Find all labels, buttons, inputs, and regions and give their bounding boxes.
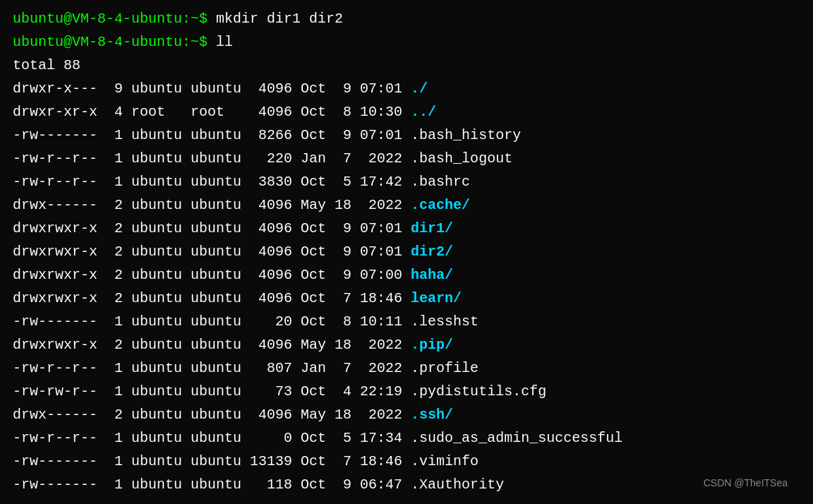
ls-name: .lesshst (411, 313, 478, 330)
ls-name: .profile (411, 360, 478, 376)
ls-name: .viminfo (411, 453, 478, 469)
ls-perms: -rw-r--r-- (13, 150, 97, 167)
ls-perms: drwx------ (13, 197, 97, 213)
ls-name: dir2/ (411, 244, 453, 260)
ls-name: .pydistutils.cfg (411, 383, 546, 400)
ls-perms: drwxrwxr-x (13, 337, 97, 353)
ls-meta: 1 ubuntu ubuntu 0 Oct 5 17:34 (97, 430, 411, 446)
ls-meta: 1 ubuntu ubuntu 118 Oct 9 06:47 (97, 476, 411, 493)
ls-meta: 1 ubuntu ubuntu 220 Jan 7 2022 (97, 150, 411, 167)
terminal-line: -rw-r--r-- 1 ubuntu ubuntu 220 Jan 7 202… (13, 147, 800, 170)
terminal-line: drwxr-x--- 9 ubuntu ubuntu 4096 Oct 9 07… (13, 77, 800, 100)
terminal-line: -rw-r--r-- 1 ubuntu ubuntu 807 Jan 7 202… (13, 356, 800, 380)
terminal-line: -rw-rw-r-- 1 ubuntu ubuntu 73 Oct 4 22:1… (13, 380, 800, 403)
ls-name: .bash_history (411, 127, 521, 143)
ls-meta: 1 ubuntu ubuntu 13139 Oct 7 18:46 (97, 453, 411, 469)
terminal-line: drwxrwxr-x 2 ubuntu ubuntu 4096 May 18 2… (13, 333, 800, 356)
terminal-line: -rw-r--r-- 1 ubuntu ubuntu 0 Oct 5 17:34… (13, 426, 800, 450)
ls-perms: -rw-r--r-- (13, 174, 97, 190)
ls-meta: 1 ubuntu ubuntu 73 Oct 4 22:19 (97, 383, 411, 400)
ls-perms: -rw------- (13, 453, 97, 469)
prompt: ubuntu@VM-8-4-ubuntu:~$ (13, 11, 216, 27)
command: mkdir dir1 dir2 (216, 11, 343, 27)
ls-name: haha/ (411, 267, 453, 283)
terminal-line: drwxrwxr-x 2 ubuntu ubuntu 4096 Oct 9 07… (13, 240, 800, 263)
terminal-line: drwx------ 2 ubuntu ubuntu 4096 May 18 2… (13, 193, 800, 217)
terminal-line: ubuntu@VM-8-4-ubuntu:~$ mkdir dir1 dir2 (13, 7, 800, 30)
ls-meta: 2 ubuntu ubuntu 4096 Oct 9 07:01 (97, 220, 411, 236)
terminal-line: -rw------- 1 ubuntu ubuntu 20 Oct 8 10:1… (13, 310, 800, 333)
ls-perms: -rw------- (13, 127, 97, 143)
ls-meta: 2 ubuntu ubuntu 4096 May 18 2022 (97, 337, 411, 353)
terminal-line: -rw------- 1 ubuntu ubuntu 8266 Oct 9 07… (13, 124, 800, 147)
ls-meta: 9 ubuntu ubuntu 4096 Oct 9 07:01 (97, 80, 411, 97)
terminal-line: drwxrwxr-x 2 ubuntu ubuntu 4096 Oct 9 07… (13, 263, 800, 287)
ls-meta: 2 ubuntu ubuntu 4096 Oct 9 07:01 (97, 244, 411, 260)
ls-meta: 2 ubuntu ubuntu 4096 May 18 2022 (97, 407, 411, 423)
ls-name: .ssh/ (411, 407, 453, 423)
command: ll (216, 34, 233, 50)
ls-perms: drwxrwxr-x (13, 267, 97, 283)
prompt: ubuntu@VM-8-4-ubuntu:~$ (13, 34, 216, 50)
ls-name: ./ (411, 80, 428, 97)
terminal-line: -rw------- 1 ubuntu ubuntu 118 Oct 9 06:… (13, 473, 800, 496)
ls-perms: drwxrwxr-x (13, 290, 97, 306)
ls-perms: drwxr-xr-x (13, 104, 97, 120)
final-prompt-line: ubuntu@VM-8-4-ubuntu:~$ (13, 496, 800, 504)
ls-meta: 2 ubuntu ubuntu 4096 May 18 2022 (97, 197, 411, 213)
ls-name: dir1/ (411, 220, 453, 236)
ls-perms: drwx------ (13, 407, 97, 423)
terminal-line: drwxrwxr-x 2 ubuntu ubuntu 4096 Oct 7 18… (13, 287, 800, 310)
ls-perms: -rw-rw-r-- (13, 383, 97, 400)
ls-meta: 4 root root 4096 Oct 8 10:30 (97, 104, 411, 120)
ls-perms: -rw------- (13, 476, 97, 493)
terminal-line: ubuntu@VM-8-4-ubuntu:~$ ll (13, 30, 800, 54)
ls-name: .bashrc (411, 174, 470, 190)
terminal-line: drwxr-xr-x 4 root root 4096 Oct 8 10:30 … (13, 100, 800, 124)
ls-name: .Xauthority (411, 476, 504, 493)
ls-name: .pip/ (411, 337, 453, 353)
terminal: ubuntu@VM-8-4-ubuntu:~$ mkdir dir1 dir2u… (13, 7, 800, 497)
ls-meta: 1 ubuntu ubuntu 3830 Oct 5 17:42 (97, 174, 411, 190)
ls-name: .bash_logout (411, 150, 512, 167)
terminal-line: drwx------ 2 ubuntu ubuntu 4096 May 18 2… (13, 403, 800, 426)
ls-perms: drwxrwxr-x (13, 220, 97, 236)
terminal-line: -rw------- 1 ubuntu ubuntu 13139 Oct 7 1… (13, 450, 800, 473)
ls-perms: -rw-r--r-- (13, 430, 97, 446)
ls-meta: 1 ubuntu ubuntu 807 Jan 7 2022 (97, 360, 411, 376)
ls-meta: 1 ubuntu ubuntu 8266 Oct 9 07:01 (97, 127, 411, 143)
ls-name: .sudo_as_admin_successful (411, 430, 622, 446)
watermark: CSDN @TheITSea (704, 475, 788, 491)
ls-meta: 2 ubuntu ubuntu 4096 Oct 9 07:00 (97, 267, 411, 283)
ls-meta: 1 ubuntu ubuntu 20 Oct 8 10:11 (97, 313, 411, 330)
ls-name: learn/ (411, 290, 462, 306)
ls-perms: -rw------- (13, 313, 97, 330)
ls-perms: drwxrwxr-x (13, 244, 97, 260)
ls-name: ../ (411, 104, 436, 120)
terminal-line: drwxrwxr-x 2 ubuntu ubuntu 4096 Oct 9 07… (13, 217, 800, 240)
terminal-line: total 88 (13, 54, 800, 77)
ls-meta: 2 ubuntu ubuntu 4096 Oct 7 18:46 (97, 290, 411, 306)
ls-perms: drwxr-x--- (13, 80, 97, 97)
terminal-line: -rw-r--r-- 1 ubuntu ubuntu 3830 Oct 5 17… (13, 170, 800, 193)
ls-name: .cache/ (411, 197, 470, 213)
ls-perms: -rw-r--r-- (13, 360, 97, 376)
